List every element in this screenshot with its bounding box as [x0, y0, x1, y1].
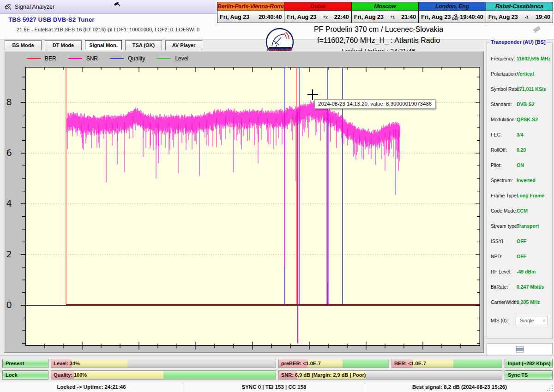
status-locked-uptime: Locked -> Uptime: 24:21:46 — [0, 382, 183, 392]
clock-column: DubaiFri, Aug 23+222:40 — [284, 2, 351, 23]
transponder-value: 0,205 MHz — [517, 299, 540, 305]
clock-time: Fri, Aug 23-1DST19:40:40 — [419, 11, 485, 23]
transponder-value: Vertical — [517, 71, 534, 77]
transponder-label: Standard: — [491, 101, 512, 107]
chart-legend: BERSNRQualityLevel — [27, 55, 200, 62]
tab-bs-mode[interactable]: BS Mode — [5, 40, 42, 50]
y-tick-label: 8 — [0, 96, 12, 107]
legend-line-ber — [27, 58, 41, 59]
transponder-row: FEC:3/4 — [487, 132, 552, 141]
transponder-value: Long Frame — [517, 193, 544, 198]
transponder-row: Code Mode:CCM — [487, 208, 552, 217]
transponder-label: Modulation: — [491, 117, 516, 122]
transponder-row: Standard:DVB-S2 — [487, 101, 552, 111]
y-tick-label: 6 — [0, 147, 12, 158]
transponder-label: NPD: — [491, 254, 502, 259]
transponder-label: ISSYI — [491, 238, 503, 244]
tab-dt-mode[interactable]: DT Mode — [45, 40, 82, 50]
signal-analyzer-window: Signal Analyzer TBS 5927 USB DVB-S2 Tune… — [0, 0, 554, 392]
tuner-details: 21.6E - Eutelsat 21B SES 16 (ID: 0216) @… — [17, 27, 199, 32]
tab-av-player[interactable]: AV Player — [165, 40, 202, 50]
clock-column: Berlin-Paris-Vienna-RomaFri, Aug 2320:40… — [217, 2, 284, 23]
snr-meter: SNR: 6,9 dB (Margin: 2,9 dB | Poor) — [278, 370, 502, 380]
window-title: Signal Analyzer — [15, 4, 54, 10]
frequency-title: f=11602,760 MHz_H_ : Atlantis Radio — [268, 36, 489, 45]
satellite-app-icon — [4, 3, 12, 12]
transponder-row: RollOff:0.20 — [487, 147, 552, 156]
transponder-row: BitRate:0,247 Mbit/s — [487, 284, 552, 293]
present-indicator: Present — [2, 359, 48, 368]
transponder-label: BitRate: — [491, 284, 508, 290]
transponder-label: RF Level: — [491, 269, 512, 274]
legend-line-snr — [68, 58, 82, 59]
legend-label: BER — [45, 55, 56, 62]
tab-signal-mon[interactable]: Signal Mon. — [85, 40, 122, 50]
transponder-label: Symbol Rate: — [491, 86, 520, 92]
status-bar: Locked -> Uptime: 24:21:46 SYNC 0 | TEI … — [0, 382, 554, 392]
transponder-label: Frequency: — [491, 56, 515, 61]
transponder-value: Inverted — [517, 178, 536, 183]
transponder-row: Pilot:ON — [487, 162, 552, 172]
transponder-row: Spectrum:Inverted — [487, 178, 552, 187]
transponder-label: RollOff: — [491, 147, 507, 153]
legend-line-level — [157, 58, 171, 59]
transponder-row: Frame Type:Long Frame — [487, 193, 552, 202]
legend-label: Quality — [128, 55, 145, 62]
preber-meter: preBER: <1.0E-7 — [278, 359, 389, 368]
y-tick-label: 0 — [0, 299, 12, 310]
clock-time: Fri, Aug 23+222:40 — [284, 11, 351, 23]
input-rate-indicator: Input (~282 Kbps) — [505, 359, 553, 368]
transponder-label: FEC: — [491, 132, 502, 137]
clock-city: Dubai — [284, 2, 351, 11]
transponder-row: Polarization:Vertical — [487, 71, 552, 80]
transponder-value: DVB-S2 — [517, 101, 535, 107]
y-tick-label: 4 — [0, 198, 12, 209]
legend-label: Level — [175, 55, 188, 62]
list-icon — [516, 346, 524, 353]
mis-select[interactable]: Single ˅ — [516, 316, 548, 325]
transponder-row: RF Level:-49 dBm — [487, 269, 552, 278]
legend-label: SNR — [86, 55, 98, 62]
transponder-value: 0,247 Mbit/s — [517, 284, 544, 290]
transponder-value: 11602,595 MHz — [517, 56, 551, 61]
mis-selected-value: Single — [520, 318, 534, 323]
clock-column: MoscowFri, Aug 23+121:40 — [352, 2, 419, 23]
transponder-value: 3/4 — [517, 132, 524, 137]
clock-time: Fri, Aug 2320:40:40 — [217, 11, 284, 23]
transponder-row: CarrierWidth:0,205 MHz — [487, 299, 552, 309]
transponder-row: Symbol Rate:171,011 KS/s — [487, 86, 552, 95]
status-sync-counters: SYNC 0 | TEI 153 | CC 158 — [183, 382, 365, 392]
dish-icon: nfc — [532, 24, 542, 35]
transponder-label: Frame Type: — [491, 193, 518, 198]
resize-grip[interactable] — [547, 385, 553, 391]
clock-city: Rabat-Casablanca — [486, 2, 553, 11]
chevron-down-icon: ˅ — [542, 317, 545, 325]
records-button[interactable] — [487, 343, 553, 355]
sync-ts-indicator: Sync TS — [505, 370, 553, 380]
transponder-label: Stream type: — [491, 223, 518, 229]
clock-city: London, Eng — [419, 2, 485, 11]
clock-city: Moscow — [352, 2, 418, 11]
legend-line-quality — [110, 58, 124, 59]
clock-column: London, EngFri, Aug 23-1DST19:40:40 — [419, 2, 486, 23]
status-best-signal: Best signal: 8,2 dB (2024-08-23 15:26) — [365, 382, 554, 392]
mis-label: MIS (0): — [491, 318, 508, 323]
transponder-value: Transport — [517, 223, 539, 229]
transponder-value: OFF — [517, 254, 526, 259]
clock-column: Rabat-CasablancaFri, Aug 23-119:40 — [486, 2, 553, 23]
level-meter: Level: 34% — [51, 359, 276, 368]
y-tick-label: 2 — [0, 249, 12, 260]
transponder-label: Code Mode: — [491, 208, 517, 214]
clock-city: Berlin-Paris-Vienna-Roma — [217, 2, 284, 11]
quality-meter: Quality: 100% — [51, 370, 276, 380]
tab-tsa-ok[interactable]: TSA (OK) — [125, 40, 162, 50]
tuner-name: TBS 5927 USB DVB-S2 Tuner — [8, 16, 95, 23]
lock-indicator: Lock — [2, 370, 48, 380]
world-clocks: Berlin-Paris-Vienna-RomaFri, Aug 2320:40… — [217, 2, 553, 23]
transponder-value: 0.20 — [517, 147, 526, 153]
svg-text:nfc: nfc — [536, 29, 538, 31]
satellite-icon — [114, 0, 121, 8]
transponder-panel-title: Transponder (AU) [BS] — [489, 39, 547, 45]
clock-time: Fri, Aug 23-119:40 — [486, 11, 553, 23]
transponder-row: ISSYIOFF — [487, 238, 552, 248]
